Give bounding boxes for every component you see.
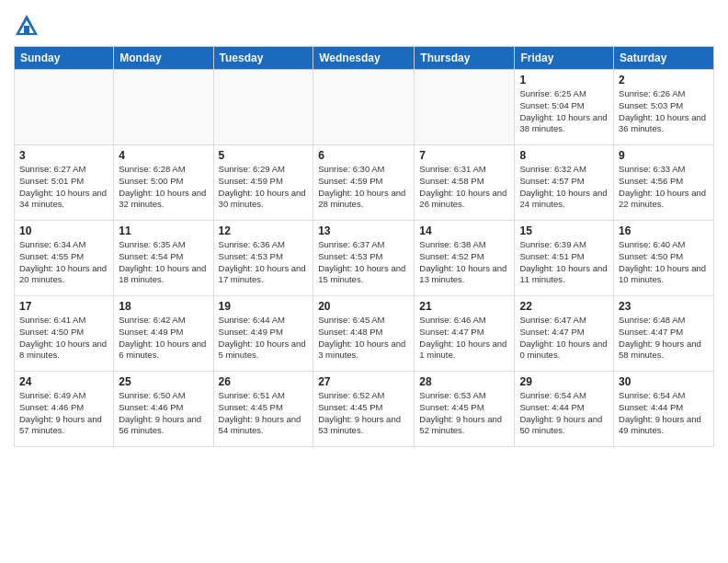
col-header-saturday: Saturday (614, 47, 714, 70)
calendar-header-row: SundayMondayTuesdayWednesdayThursdayFrid… (15, 47, 714, 70)
day-info: Sunrise: 6:40 AM Sunset: 4:50 PM Dayligh… (619, 239, 709, 286)
logo-icon (14, 13, 40, 39)
week-row-1: 3Sunrise: 6:27 AM Sunset: 5:01 PM Daylig… (15, 145, 714, 221)
day-number: 1 (519, 74, 609, 86)
day-info: Sunrise: 6:38 AM Sunset: 4:52 PM Dayligh… (419, 239, 509, 286)
day-info: Sunrise: 6:42 AM Sunset: 4:49 PM Dayligh… (119, 315, 208, 362)
day-info: Sunrise: 6:50 AM Sunset: 4:46 PM Dayligh… (119, 390, 208, 437)
day-number: 16 (619, 224, 709, 237)
day-number: 4 (119, 149, 208, 162)
day-info: Sunrise: 6:45 AM Sunset: 4:48 PM Dayligh… (318, 315, 409, 362)
day-cell: 14Sunrise: 6:38 AM Sunset: 4:52 PM Dayli… (415, 221, 515, 296)
col-header-friday: Friday (515, 47, 614, 70)
day-info: Sunrise: 6:26 AM Sunset: 5:03 PM Dayligh… (619, 88, 709, 135)
day-number: 30 (619, 375, 709, 388)
day-cell: 13Sunrise: 6:37 AM Sunset: 4:53 PM Dayli… (313, 221, 415, 296)
day-number: 9 (619, 149, 709, 162)
day-number: 18 (119, 300, 208, 313)
day-cell (15, 70, 114, 145)
day-info: Sunrise: 6:54 AM Sunset: 4:44 PM Dayligh… (619, 390, 709, 437)
day-cell (415, 70, 515, 145)
col-header-monday: Monday (114, 47, 213, 70)
day-number: 12 (219, 224, 309, 237)
day-info: Sunrise: 6:49 AM Sunset: 4:46 PM Dayligh… (19, 390, 108, 437)
day-cell: 21Sunrise: 6:46 AM Sunset: 4:47 PM Dayli… (415, 296, 515, 372)
day-cell: 18Sunrise: 6:42 AM Sunset: 4:49 PM Dayli… (114, 296, 213, 372)
day-number: 17 (19, 300, 108, 313)
day-number: 5 (219, 149, 309, 162)
day-cell: 2Sunrise: 6:26 AM Sunset: 5:03 PM Daylig… (614, 70, 714, 145)
calendar-table: SundayMondayTuesdayWednesdayThursdayFrid… (14, 46, 714, 447)
day-info: Sunrise: 6:52 AM Sunset: 4:45 PM Dayligh… (318, 390, 409, 437)
day-info: Sunrise: 6:31 AM Sunset: 4:58 PM Dayligh… (419, 164, 509, 211)
day-info: Sunrise: 6:51 AM Sunset: 4:45 PM Dayligh… (219, 390, 309, 437)
header (14, 9, 714, 39)
day-number: 22 (519, 300, 609, 313)
week-row-0: 1Sunrise: 6:25 AM Sunset: 5:04 PM Daylig… (15, 70, 714, 145)
day-cell: 3Sunrise: 6:27 AM Sunset: 5:01 PM Daylig… (15, 145, 114, 221)
day-cell: 12Sunrise: 6:36 AM Sunset: 4:53 PM Dayli… (213, 221, 313, 296)
day-number: 26 (219, 375, 309, 388)
day-cell: 9Sunrise: 6:33 AM Sunset: 4:56 PM Daylig… (614, 145, 714, 221)
day-info: Sunrise: 6:28 AM Sunset: 5:00 PM Dayligh… (119, 164, 208, 211)
day-cell: 19Sunrise: 6:44 AM Sunset: 4:49 PM Dayli… (213, 296, 313, 372)
day-cell: 8Sunrise: 6:32 AM Sunset: 4:57 PM Daylig… (515, 145, 614, 221)
day-info: Sunrise: 6:29 AM Sunset: 4:59 PM Dayligh… (219, 164, 309, 211)
day-cell: 26Sunrise: 6:51 AM Sunset: 4:45 PM Dayli… (213, 372, 313, 447)
day-number: 15 (519, 224, 609, 237)
day-info: Sunrise: 6:44 AM Sunset: 4:49 PM Dayligh… (219, 315, 309, 362)
day-number: 24 (19, 375, 108, 388)
day-cell: 28Sunrise: 6:53 AM Sunset: 4:45 PM Dayli… (415, 372, 515, 447)
day-cell: 30Sunrise: 6:54 AM Sunset: 4:44 PM Dayli… (614, 372, 714, 447)
day-number: 25 (119, 375, 208, 388)
col-header-sunday: Sunday (15, 47, 114, 70)
day-info: Sunrise: 6:48 AM Sunset: 4:47 PM Dayligh… (619, 315, 709, 362)
week-row-3: 17Sunrise: 6:41 AM Sunset: 4:50 PM Dayli… (15, 296, 714, 372)
day-cell: 7Sunrise: 6:31 AM Sunset: 4:58 PM Daylig… (415, 145, 515, 221)
day-number: 2 (619, 74, 709, 86)
day-number: 14 (419, 224, 509, 237)
col-header-wednesday: Wednesday (313, 47, 415, 70)
day-cell: 10Sunrise: 6:34 AM Sunset: 4:55 PM Dayli… (15, 221, 114, 296)
day-number: 21 (419, 300, 509, 313)
day-info: Sunrise: 6:33 AM Sunset: 4:56 PM Dayligh… (619, 164, 709, 211)
day-number: 20 (318, 300, 409, 313)
day-cell: 4Sunrise: 6:28 AM Sunset: 5:00 PM Daylig… (114, 145, 213, 221)
day-number: 23 (619, 300, 709, 313)
day-cell: 27Sunrise: 6:52 AM Sunset: 4:45 PM Dayli… (313, 372, 415, 447)
day-number: 10 (19, 224, 108, 237)
page: SundayMondayTuesdayWednesdayThursdayFrid… (0, 0, 728, 563)
day-cell (114, 70, 213, 145)
day-number: 3 (19, 149, 108, 162)
day-number: 28 (419, 375, 509, 388)
day-info: Sunrise: 6:32 AM Sunset: 4:57 PM Dayligh… (519, 164, 609, 211)
day-info: Sunrise: 6:37 AM Sunset: 4:53 PM Dayligh… (318, 239, 409, 286)
day-number: 11 (119, 224, 208, 237)
day-cell: 1Sunrise: 6:25 AM Sunset: 5:04 PM Daylig… (515, 70, 614, 145)
day-info: Sunrise: 6:53 AM Sunset: 4:45 PM Dayligh… (419, 390, 509, 437)
day-cell: 22Sunrise: 6:47 AM Sunset: 4:47 PM Dayli… (515, 296, 614, 372)
day-cell: 23Sunrise: 6:48 AM Sunset: 4:47 PM Dayli… (614, 296, 714, 372)
day-cell: 15Sunrise: 6:39 AM Sunset: 4:51 PM Dayli… (515, 221, 614, 296)
day-cell: 16Sunrise: 6:40 AM Sunset: 4:50 PM Dayli… (614, 221, 714, 296)
col-header-thursday: Thursday (415, 47, 515, 70)
day-cell: 11Sunrise: 6:35 AM Sunset: 4:54 PM Dayli… (114, 221, 213, 296)
day-info: Sunrise: 6:30 AM Sunset: 4:59 PM Dayligh… (318, 164, 409, 211)
day-cell: 17Sunrise: 6:41 AM Sunset: 4:50 PM Dayli… (15, 296, 114, 372)
day-number: 29 (519, 375, 609, 388)
col-header-tuesday: Tuesday (213, 47, 313, 70)
day-cell: 29Sunrise: 6:54 AM Sunset: 4:44 PM Dayli… (515, 372, 614, 447)
day-info: Sunrise: 6:36 AM Sunset: 4:53 PM Dayligh… (219, 239, 309, 286)
logo (14, 13, 43, 39)
day-info: Sunrise: 6:27 AM Sunset: 5:01 PM Dayligh… (19, 164, 108, 211)
day-cell: 24Sunrise: 6:49 AM Sunset: 4:46 PM Dayli… (15, 372, 114, 447)
day-info: Sunrise: 6:25 AM Sunset: 5:04 PM Dayligh… (519, 88, 609, 135)
day-info: Sunrise: 6:34 AM Sunset: 4:55 PM Dayligh… (19, 239, 108, 286)
day-info: Sunrise: 6:46 AM Sunset: 4:47 PM Dayligh… (419, 315, 509, 362)
day-info: Sunrise: 6:47 AM Sunset: 4:47 PM Dayligh… (519, 315, 609, 362)
week-row-2: 10Sunrise: 6:34 AM Sunset: 4:55 PM Dayli… (15, 221, 714, 296)
day-cell (313, 70, 415, 145)
day-info: Sunrise: 6:41 AM Sunset: 4:50 PM Dayligh… (19, 315, 108, 362)
day-number: 6 (318, 149, 409, 162)
day-number: 27 (318, 375, 409, 388)
